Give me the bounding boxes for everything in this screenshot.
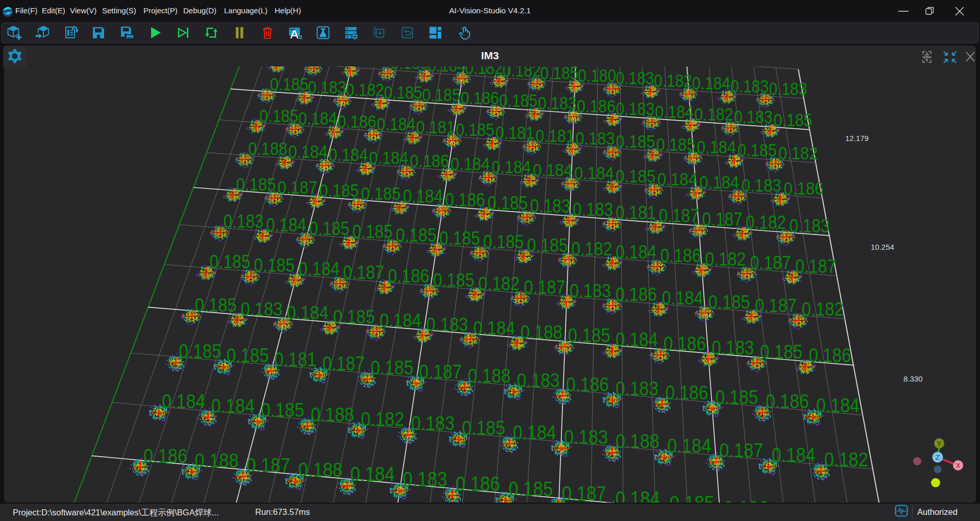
- svg-text:0.186: 0.186: [388, 265, 429, 287]
- svg-text:0.182: 0.182: [478, 273, 520, 294]
- svg-text:0.185: 0.185: [656, 134, 696, 154]
- svg-text:0.185: 0.185: [715, 386, 758, 408]
- svg-text:0.183: 0.183: [734, 107, 773, 127]
- svg-text:0.185: 0.185: [361, 183, 401, 204]
- svg-text:0.186: 0.186: [566, 373, 609, 395]
- svg-text:0.184: 0.184: [692, 74, 730, 93]
- svg-text:0.188: 0.188: [311, 404, 354, 425]
- svg-text:0.185: 0.185: [433, 269, 474, 291]
- svg-text:0.187: 0.187: [562, 482, 606, 505]
- svg-text:0.186: 0.186: [577, 97, 616, 116]
- svg-text:0.187: 0.187: [750, 252, 791, 273]
- svg-text:0.183: 0.183: [308, 78, 346, 97]
- svg-text:0.187: 0.187: [702, 209, 743, 230]
- svg-text:0.186: 0.186: [808, 344, 851, 366]
- svg-text:0.185: 0.185: [210, 251, 251, 272]
- svg-text:0.182: 0.182: [694, 104, 733, 124]
- svg-text:0.185: 0.185: [760, 341, 802, 363]
- svg-text:0.184: 0.184: [667, 434, 711, 457]
- svg-text:0.185: 0.185: [227, 344, 269, 366]
- svg-text:0.185: 0.185: [568, 325, 610, 346]
- svg-text:0.186: 0.186: [783, 178, 823, 199]
- svg-text:0.185: 0.185: [527, 235, 568, 256]
- svg-text:0.186: 0.186: [455, 472, 500, 495]
- svg-text:0.183: 0.183: [730, 77, 769, 96]
- svg-text:0.188: 0.188: [195, 449, 239, 471]
- svg-text:0.184: 0.184: [513, 421, 556, 443]
- svg-text:0.183: 0.183: [224, 211, 264, 232]
- svg-text:0.186: 0.186: [616, 283, 657, 305]
- svg-text:0.184: 0.184: [492, 157, 531, 177]
- svg-text:0.180: 0.180: [578, 66, 616, 85]
- svg-text:0.185: 0.185: [195, 294, 237, 316]
- svg-text:0.185: 0.185: [439, 228, 480, 249]
- svg-text:0.186: 0.186: [337, 111, 376, 131]
- svg-text:0.184: 0.184: [288, 141, 328, 161]
- svg-text:0.182: 0.182: [654, 71, 692, 90]
- svg-text:0.184: 0.184: [616, 242, 656, 263]
- svg-text:0.182: 0.182: [361, 408, 404, 430]
- svg-text:0.183: 0.183: [616, 99, 654, 119]
- svg-text:0.184: 0.184: [662, 287, 703, 309]
- svg-text:0.186: 0.186: [660, 245, 701, 266]
- svg-text:0.187: 0.187: [343, 262, 384, 283]
- svg-text:0.185: 0.185: [708, 291, 750, 313]
- svg-text:0.184: 0.184: [350, 463, 395, 485]
- svg-text:0.186: 0.186: [143, 444, 187, 467]
- svg-text:0.185: 0.185: [616, 166, 655, 186]
- svg-text:10.254: 10.254: [871, 243, 894, 251]
- svg-text:X: X: [956, 462, 961, 469]
- svg-text:0.184: 0.184: [211, 395, 255, 417]
- svg-text:0.182: 0.182: [705, 249, 746, 270]
- svg-text:0.187: 0.187: [795, 256, 836, 277]
- svg-text:0.187: 0.187: [755, 295, 797, 316]
- svg-text:0.187: 0.187: [524, 276, 565, 298]
- svg-text:0.184: 0.184: [616, 329, 658, 350]
- svg-text:12.179: 12.179: [845, 134, 869, 143]
- svg-text:0.183: 0.183: [789, 216, 829, 236]
- svg-text:0.185: 0.185: [371, 357, 413, 378]
- svg-text:0.183: 0.183: [576, 128, 615, 148]
- svg-text:0.181: 0.181: [496, 123, 534, 143]
- svg-text:0.188: 0.188: [468, 365, 511, 387]
- svg-text:0.186: 0.186: [445, 190, 485, 210]
- svg-text:0.182: 0.182: [746, 212, 786, 233]
- svg-text:0.183: 0.183: [742, 175, 781, 196]
- svg-text:0.183: 0.183: [769, 79, 807, 99]
- svg-text:0.183: 0.183: [403, 468, 447, 490]
- svg-text:0.182: 0.182: [824, 448, 868, 470]
- svg-text:0.183: 0.183: [564, 425, 608, 448]
- svg-text:0.182: 0.182: [571, 239, 612, 259]
- svg-text:0.183: 0.183: [616, 377, 658, 399]
- svg-text:0.181: 0.181: [274, 348, 316, 370]
- svg-text:0.185: 0.185: [483, 231, 524, 252]
- svg-text:0.184: 0.184: [473, 317, 515, 339]
- svg-text:0.181: 0.181: [535, 126, 575, 146]
- svg-text:0.186: 0.186: [766, 390, 809, 412]
- svg-text:0.184: 0.184: [162, 390, 205, 412]
- svg-text:0.185: 0.185: [487, 193, 528, 214]
- svg-text:0.185: 0.185: [499, 91, 537, 110]
- svg-text:0.188: 0.188: [248, 138, 287, 158]
- svg-text:0.183: 0.183: [570, 280, 611, 301]
- svg-text:0.184: 0.184: [772, 443, 816, 466]
- svg-text:0.183: 0.183: [241, 298, 283, 320]
- svg-text:0.185: 0.185: [456, 120, 495, 139]
- svg-text:0.182: 0.182: [778, 143, 818, 163]
- svg-text:0.183: 0.183: [426, 314, 468, 335]
- svg-text:0.183: 0.183: [712, 337, 754, 359]
- svg-text:0.188: 0.188: [616, 430, 659, 452]
- svg-text:0.187: 0.187: [659, 205, 699, 226]
- svg-text:0.184: 0.184: [298, 258, 339, 279]
- svg-text:8.330: 8.330: [903, 374, 923, 383]
- svg-text:Z: Z: [936, 454, 940, 461]
- svg-text:0.184: 0.184: [574, 163, 614, 183]
- svg-text:0.187: 0.187: [419, 361, 462, 383]
- svg-text:0.184: 0.184: [816, 394, 860, 416]
- svg-text:0.187: 0.187: [247, 454, 290, 476]
- svg-text:0.185: 0.185: [738, 140, 777, 160]
- svg-text:0.184: 0.184: [403, 186, 443, 207]
- svg-text:0.187: 0.187: [322, 352, 364, 374]
- svg-text:0.187: 0.187: [719, 439, 763, 461]
- svg-text:0.183: 0.183: [517, 369, 560, 391]
